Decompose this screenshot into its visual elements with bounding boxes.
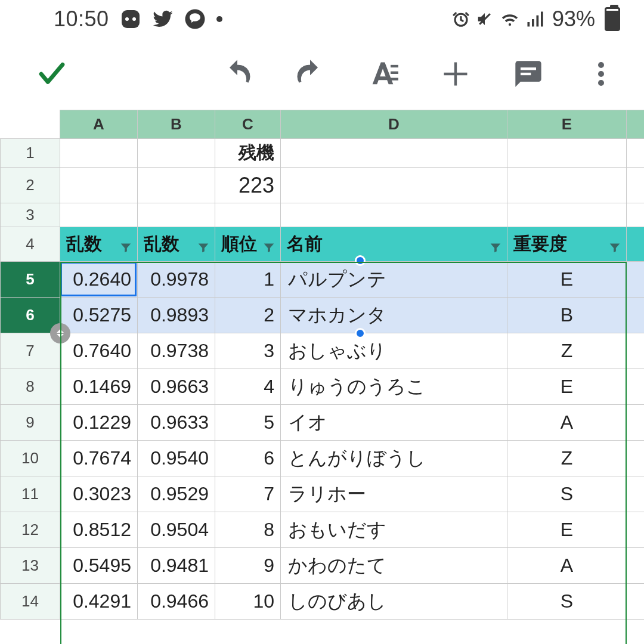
cell-E1[interactable] [507,139,627,168]
cell-F8[interactable] [627,369,645,405]
cell-E14[interactable]: S [507,584,627,620]
cell-E5[interactable]: E [507,262,627,298]
rownum-10[interactable]: 10 [1,441,60,476]
cell-D10[interactable]: とんがりぼうし [281,441,507,476]
cell-E13[interactable]: A [507,548,627,584]
cell-A9[interactable]: 0.1229 [60,405,138,441]
cell-A5[interactable]: 0.2640 [60,262,138,298]
cell-C5[interactable]: 1 [215,262,281,298]
cell-F2[interactable] [627,168,645,203]
filter-icon[interactable] [119,238,132,251]
cell-F14[interactable] [627,584,645,620]
hdr-C[interactable]: 順位 [215,227,281,262]
hdr-B[interactable]: 乱数 [138,227,215,262]
row-1[interactable]: 1 残機 [1,139,645,168]
hdr-D[interactable]: 名前 [281,227,507,262]
col-B[interactable]: B [138,110,215,139]
cell-B1[interactable] [138,139,215,168]
cell-D12[interactable]: おもいだす [281,512,507,548]
rownum-14[interactable]: 14 [1,584,60,620]
row-5[interactable]: 50.26400.99781パルプンテE [1,262,645,298]
cell-D8[interactable]: りゅうのうろこ [281,369,507,405]
more-button[interactable] [582,55,620,93]
data-header-row[interactable]: 4 乱数 乱数 順位 名前 重要度 [1,227,645,262]
cell-B13[interactable]: 0.9481 [138,548,215,584]
cell-E6[interactable]: B [507,298,627,333]
cell-E9[interactable]: A [507,405,627,441]
cell-E2[interactable] [507,168,627,203]
col-D[interactable]: D [281,110,507,139]
hdr-E[interactable]: 重要度 [507,227,627,262]
cell-A13[interactable]: 0.5495 [60,548,138,584]
cell-B12[interactable]: 0.9504 [138,512,215,548]
cell-E7[interactable]: Z [507,333,627,369]
cell-C13[interactable]: 9 [215,548,281,584]
comment-button[interactable] [509,55,547,93]
cell-A3[interactable] [60,203,138,227]
cell-A12[interactable]: 0.8512 [60,512,138,548]
cell-B8[interactable]: 0.9663 [138,369,215,405]
cell-C11[interactable]: 7 [215,476,281,512]
cell-F5[interactable] [627,262,645,298]
cell-D14[interactable]: しのびあし [281,584,507,620]
corner-cell[interactable] [1,110,60,139]
cell-A14[interactable]: 0.4291 [60,584,138,620]
cell-E10[interactable]: Z [507,441,627,476]
cell-A7[interactable]: 0.7640 [60,333,138,369]
row-drag-grip[interactable] [50,323,70,343]
row-14[interactable]: 140.42910.946610しのびあしS [1,584,645,620]
cell-E11[interactable]: S [507,476,627,512]
cell-F9[interactable] [627,405,645,441]
cell-E3[interactable] [507,203,627,227]
spreadsheet[interactable]: A B C D E 1 残機 2 223 3 [0,110,644,620]
hdr-F[interactable] [627,227,645,262]
col-F[interactable] [627,110,645,139]
cell-C6[interactable]: 2 [215,298,281,333]
row-2[interactable]: 2 223 [1,168,645,203]
rownum-3[interactable]: 3 [1,203,60,227]
rownum-4[interactable]: 4 [1,227,60,262]
insert-button[interactable] [436,55,475,93]
row-11[interactable]: 110.30230.95297ラリホーS [1,476,645,512]
cell-F3[interactable] [627,203,645,227]
redo-button[interactable] [291,55,329,93]
cell-B3[interactable] [138,203,215,227]
cell-B10[interactable]: 0.9540 [138,441,215,476]
col-A[interactable]: A [60,110,138,139]
cell-F1[interactable] [627,139,645,168]
filter-icon[interactable] [262,238,275,251]
row-6[interactable]: 60.52750.98932マホカンタB [1,298,645,333]
rownum-5[interactable]: 5 [1,262,60,298]
cell-F13[interactable] [627,548,645,584]
filter-icon[interactable] [197,238,210,251]
column-header-row[interactable]: A B C D E [1,110,645,139]
cell-F11[interactable] [627,476,645,512]
cell-D5[interactable]: パルプンテ [281,262,507,298]
cell-D3[interactable] [281,203,507,227]
cell-B2[interactable] [138,168,215,203]
cell-B9[interactable]: 0.9633 [138,405,215,441]
cell-E12[interactable]: E [507,512,627,548]
cell-F6[interactable] [627,298,645,333]
cell-A1[interactable] [60,139,138,168]
cell-B5[interactable]: 0.9978 [138,262,215,298]
col-C[interactable]: C [215,110,281,139]
row-3[interactable]: 3 [1,203,645,227]
cell-D1[interactable] [281,139,507,168]
undo-button[interactable] [218,55,256,93]
rownum-13[interactable]: 13 [1,548,60,584]
hdr-A[interactable]: 乱数 [60,227,138,262]
cell-C14[interactable]: 10 [215,584,281,620]
rownum-12[interactable]: 12 [1,512,60,548]
cell-F12[interactable] [627,512,645,548]
cell-C10[interactable]: 6 [215,441,281,476]
cell-C12[interactable]: 8 [215,512,281,548]
cell-C1[interactable]: 残機 [215,139,281,168]
cell-D13[interactable]: かわのたて [281,548,507,584]
rownum-8[interactable]: 8 [1,369,60,405]
cell-C8[interactable]: 4 [215,369,281,405]
cell-A11[interactable]: 0.3023 [60,476,138,512]
cell-A2[interactable] [60,168,138,203]
filter-icon[interactable] [608,238,621,251]
filter-icon[interactable] [489,238,502,251]
